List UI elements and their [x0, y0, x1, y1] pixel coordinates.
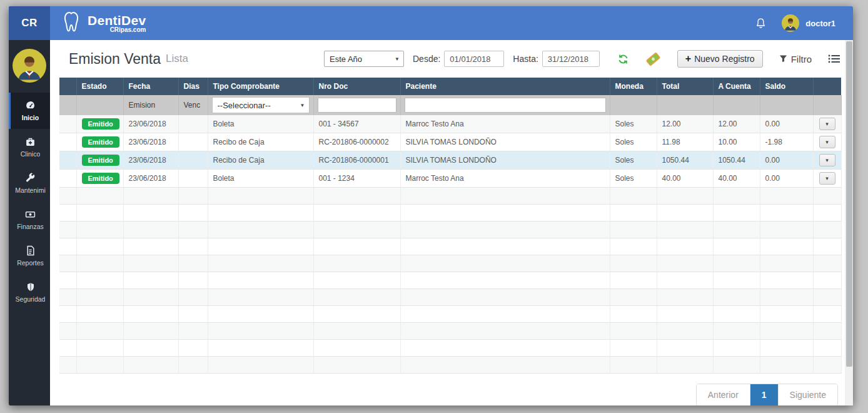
report-icon: [25, 245, 36, 256]
desde-input[interactable]: [444, 51, 504, 67]
tooth-icon: [59, 9, 84, 38]
sidebar-item-label: Clinico: [21, 150, 41, 158]
period-select[interactable]: Este Año: [324, 51, 404, 67]
column-header-moneda[interactable]: Moneda: [610, 78, 657, 95]
empty-table-row: [59, 289, 841, 306]
cell-fecha: 23/06/2018: [123, 133, 178, 151]
filter-button[interactable]: Filtro: [779, 54, 812, 64]
dashboard-icon: [25, 100, 36, 111]
pagination-next[interactable]: Siguiente: [778, 384, 837, 405]
funnel-icon: [779, 54, 787, 64]
hasta-input[interactable]: [542, 51, 600, 67]
cell-total: 11.98: [657, 133, 713, 151]
refresh-icon[interactable]: [617, 53, 629, 65]
cell-moneda: Soles: [610, 151, 657, 170]
sidebar-item-reportes[interactable]: Reportes: [9, 238, 50, 274]
sidebar-item-inicio[interactable]: Inicio: [9, 93, 50, 129]
empty-table-row: [59, 323, 841, 340]
column-header-paciente[interactable]: Paciente: [400, 78, 610, 95]
sidebar-item-finanzas[interactable]: Finanzas: [9, 201, 50, 238]
list-view-icon[interactable]: [828, 54, 840, 64]
cell-total: 1050.44: [657, 151, 713, 170]
column-header-a-cuenta[interactable]: A Cuenta: [713, 78, 760, 95]
status-badge: Emitido: [82, 136, 119, 148]
table-row[interactable]: Emitido23/06/2018Boleta001 - 34567Marroc…: [59, 115, 841, 133]
sidebar: InicioClinicoMantenimiFinanzasReportesSe…: [9, 40, 50, 405]
pagination-page-1[interactable]: 1: [750, 384, 778, 405]
cell-nrodoc: RC-201806-0000001: [313, 151, 400, 170]
cell-moneda: Soles: [610, 115, 657, 133]
row-actions-dropdown-button[interactable]: ▾: [819, 136, 835, 148]
page-title: Emision Venta: [69, 51, 161, 68]
user-menu[interactable]: doctor1: [782, 14, 835, 32]
data-grid: EstadoFechaDiasTipo ComprobanteNro DocPa…: [59, 78, 841, 374]
cell-dias: [178, 170, 208, 188]
sidebar-item-label: Reportes: [17, 259, 44, 267]
cell-saldo: -1.98: [760, 133, 813, 151]
cell-paciente: Marroc Testo Ana: [400, 170, 610, 188]
cell-moneda: Soles: [610, 133, 657, 151]
app-window: CR DentiDev CRipas.com doctor1: [9, 6, 853, 405]
table-row[interactable]: Emitido23/06/2018Recibo de CajaRC-201806…: [59, 151, 841, 170]
cell-moneda: Soles: [610, 170, 657, 188]
bell-icon[interactable]: [755, 18, 767, 29]
row-actions-dropdown-button[interactable]: ▾: [819, 118, 835, 130]
table-row[interactable]: Emitido23/06/2018Recibo de CajaRC-201806…: [59, 133, 841, 151]
cell-fecha: 23/06/2018: [123, 115, 178, 133]
main-content: Emision Venta Lista Este Año Desde: Hast…: [50, 40, 853, 405]
scrollbar-thumb[interactable]: [846, 41, 852, 367]
column-header-total[interactable]: Total: [657, 78, 713, 95]
sidebar-item-label: Finanzas: [17, 223, 44, 230]
new-record-label: Nuevo Registro: [694, 54, 755, 64]
wrench-icon: [25, 173, 36, 183]
sidebar-item-label: Inicio: [22, 114, 39, 121]
column-header-estado[interactable]: Estado: [76, 78, 123, 95]
cash-icon[interactable]: [645, 51, 661, 67]
sidebar-avatar[interactable]: [13, 49, 46, 83]
column-header-fecha[interactable]: Fecha: [123, 78, 178, 95]
column-header-blank-0: [59, 78, 76, 95]
scrollbar-track[interactable]: [845, 40, 853, 405]
cell-nrodoc: RC-201806-0000002: [313, 133, 400, 151]
column-header-blank-11: [813, 78, 841, 95]
column-header-saldo[interactable]: Saldo: [760, 78, 813, 95]
cell-paciente: SILVIA TOMAS LONDOÑO: [400, 151, 610, 170]
new-record-button[interactable]: + Nuevo Registro: [677, 50, 763, 68]
sidebar-item-label: Seguridad: [16, 295, 46, 303]
cell-dias: [178, 151, 208, 170]
cell-tipo: Boleta: [208, 115, 313, 133]
cell-tipo: Boleta: [208, 170, 313, 188]
brand-initials: CR: [21, 17, 38, 29]
empty-table-row: [59, 238, 841, 255]
tipo-comprobante-select[interactable]: --Seleccionar--: [212, 97, 310, 113]
empty-table-row: [59, 340, 841, 357]
cell-tipo: Recibo de Caja: [208, 151, 313, 170]
cell-total: 40.00: [657, 170, 713, 188]
row-actions-dropdown-button[interactable]: ▾: [819, 172, 835, 185]
column-header-dias[interactable]: Dias: [178, 78, 208, 95]
nrodoc-filter-input[interactable]: [318, 98, 396, 113]
money-icon: [25, 209, 36, 220]
paciente-filter-input[interactable]: [405, 98, 606, 113]
sidebar-item-clinico[interactable]: Clinico: [9, 129, 50, 165]
pagination-prev[interactable]: Anterior: [697, 384, 750, 405]
cell-a_cuenta: 12.00: [713, 115, 760, 133]
cell-total: 12.00: [657, 115, 713, 133]
cell-saldo: 0.00: [760, 115, 813, 133]
app-logo[interactable]: DentiDev CRipas.com: [59, 9, 146, 38]
plus-icon: +: [685, 53, 691, 64]
sidebar-item-seguridad[interactable]: Seguridad: [9, 274, 50, 310]
status-badge: Emitido: [82, 173, 119, 184]
empty-table-row: [59, 205, 841, 222]
username: doctor1: [805, 19, 835, 28]
top-bar: CR DentiDev CRipas.com doctor1: [9, 6, 853, 40]
cell-a_cuenta: 40.00: [713, 170, 760, 188]
cell-paciente: Marroc Testo Ana: [400, 115, 610, 133]
brand-box[interactable]: CR: [9, 6, 50, 40]
cell-fecha: 23/06/2018: [123, 151, 178, 170]
row-actions-dropdown-button[interactable]: ▾: [819, 154, 835, 166]
sidebar-item-mantenimi[interactable]: Mantenimi: [9, 165, 50, 201]
column-header-nro-doc[interactable]: Nro Doc: [313, 78, 400, 95]
table-row[interactable]: Emitido23/06/2018Boleta001 - 1234Marroc …: [59, 170, 841, 188]
column-header-tipo-comprobante[interactable]: Tipo Comprobante: [208, 78, 313, 95]
